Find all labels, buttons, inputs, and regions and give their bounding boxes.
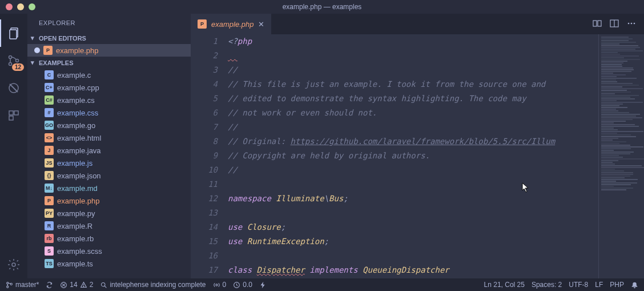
search-status-text: intelephense indexing complete	[110, 281, 206, 289]
indent-setting[interactable]: Spaces: 2	[532, 281, 562, 289]
svg-line-24	[105, 286, 107, 288]
language-mode[interactable]: PHP	[610, 281, 624, 289]
tab-label: example.php	[211, 20, 253, 29]
eol[interactable]: LF	[595, 281, 603, 289]
file-item[interactable]: Jexample.java	[27, 144, 191, 157]
compare-changes-icon[interactable]	[593, 19, 602, 30]
file-type-icon: P	[45, 196, 54, 205]
more-actions-icon[interactable]	[627, 19, 636, 30]
warning-count: 2	[90, 281, 94, 289]
sync-icon[interactable]	[46, 281, 53, 289]
git-branch-item[interactable]: master*	[6, 281, 39, 289]
notifications-bell-icon[interactable]	[631, 281, 638, 289]
file-item[interactable]: Cexample.c	[27, 69, 191, 81]
radio-item[interactable]: 0	[213, 281, 227, 289]
file-name: example.cpp	[57, 83, 99, 92]
open-editors-header[interactable]: ▾ OPEN EDITORS	[27, 32, 191, 44]
file-item[interactable]: JSexample.js	[27, 157, 191, 169]
activity-bar: 12	[0, 14, 27, 278]
minimap[interactable]	[598, 34, 644, 278]
file-item[interactable]: {}example.json	[27, 169, 191, 182]
file-type-icon: <>	[45, 133, 54, 142]
chevron-down-icon: ▾	[31, 34, 37, 42]
code-content[interactable]: <?php //// This file is just an example.…	[228, 34, 598, 278]
file-type-icon: J	[45, 146, 54, 155]
file-item[interactable]: TSexample.ts	[27, 257, 191, 270]
debug-icon[interactable]	[0, 74, 27, 102]
file-name: example.md	[57, 184, 98, 193]
sidebar-title: EXPLORER	[27, 14, 191, 32]
chevron-down-icon: ▾	[31, 59, 37, 66]
tab-example-php[interactable]: P example.php ✕	[191, 14, 271, 34]
svg-point-2	[9, 56, 12, 59]
svg-rect-10	[593, 21, 597, 26]
git-branch-icon	[6, 281, 13, 289]
file-name: example.py	[57, 209, 95, 218]
open-editor-name: example.php	[56, 46, 98, 55]
extensions-icon[interactable]	[0, 102, 27, 129]
file-name: example.go	[57, 121, 95, 130]
svg-rect-8	[9, 116, 13, 120]
clock-item[interactable]: 0.0	[233, 281, 252, 289]
source-control-badge: 12	[12, 63, 24, 71]
svg-point-18	[7, 286, 9, 288]
open-editor-item[interactable]: P example.php	[27, 44, 191, 57]
editor-body[interactable]: 1234567891011121314151617 <?php //// Thi…	[191, 34, 644, 278]
files-list: Cexample.cC+example.cppC#example.cs#exam…	[27, 69, 191, 278]
error-icon	[60, 281, 67, 289]
file-item[interactable]: PYexample.py	[27, 207, 191, 220]
sidebar: EXPLORER ▾ OPEN EDITORS P example.php ▾ …	[27, 14, 191, 278]
svg-rect-11	[598, 21, 601, 26]
bolt-icon[interactable]	[259, 281, 267, 289]
file-type-icon: {}	[45, 171, 54, 180]
file-item[interactable]: C+example.cpp	[27, 81, 191, 94]
file-item[interactable]: #example.css	[27, 106, 191, 119]
file-item[interactable]: Rexample.R	[27, 220, 191, 232]
folder-header[interactable]: ▾ EXAMPLES	[27, 57, 191, 69]
file-item[interactable]: <>example.html	[27, 131, 191, 144]
split-editor-icon[interactable]	[610, 19, 619, 30]
file-name: example.java	[57, 146, 101, 155]
search-status-item[interactable]: intelephense indexing complete	[100, 281, 206, 289]
titlebar: example.php — examples	[0, 0, 644, 14]
file-item[interactable]: Sexample.scss	[27, 245, 191, 257]
file-item[interactable]: C#example.cs	[27, 94, 191, 106]
source-control-icon[interactable]: 12	[0, 47, 27, 74]
warning-icon	[80, 281, 87, 289]
file-type-icon: PY	[45, 209, 54, 218]
svg-point-14	[628, 22, 630, 24]
file-name: example.css	[57, 109, 98, 117]
file-type-icon: rb	[45, 234, 54, 243]
file-name: example.scss	[57, 247, 102, 256]
svg-point-17	[7, 282, 9, 284]
statusbar: master* 14 2 intelephense indexing compl…	[0, 278, 644, 291]
svg-rect-1	[10, 30, 17, 39]
file-item[interactable]: GOexample.go	[27, 119, 191, 131]
file-name: example.rb	[57, 234, 94, 243]
settings-gear-icon[interactable]	[0, 251, 27, 278]
clock-icon	[233, 281, 240, 289]
php-file-icon: P	[198, 19, 207, 29]
file-type-icon: TS	[45, 259, 54, 268]
clock-value: 0.0	[243, 281, 252, 289]
file-type-icon: M↓	[45, 184, 54, 193]
window-zoom-button[interactable]	[29, 3, 35, 10]
file-item[interactable]: Pexample.php	[27, 194, 191, 207]
window-minimize-button[interactable]	[17, 3, 24, 10]
file-item[interactable]: M↓example.md	[27, 182, 191, 194]
file-type-icon: S	[45, 246, 54, 256]
file-type-icon: C+	[45, 83, 54, 92]
window-close-button[interactable]	[6, 3, 13, 10]
problems-item[interactable]: 14 2	[60, 281, 93, 289]
search-icon	[100, 281, 107, 289]
cursor-position[interactable]: Ln 21, Col 25	[484, 281, 525, 289]
file-name: example.cs	[57, 96, 95, 105]
explorer-icon[interactable]	[0, 19, 27, 47]
file-item[interactable]: rbexample.rb	[27, 232, 191, 245]
svg-point-16	[634, 22, 635, 24]
modified-dot-icon	[34, 47, 40, 53]
encoding[interactable]: UTF-8	[569, 281, 588, 289]
close-tab-icon[interactable]: ✕	[258, 20, 264, 29]
editor-area: P example.php ✕ 123456789101112131415161…	[191, 14, 644, 278]
file-name: example.ts	[57, 260, 93, 268]
